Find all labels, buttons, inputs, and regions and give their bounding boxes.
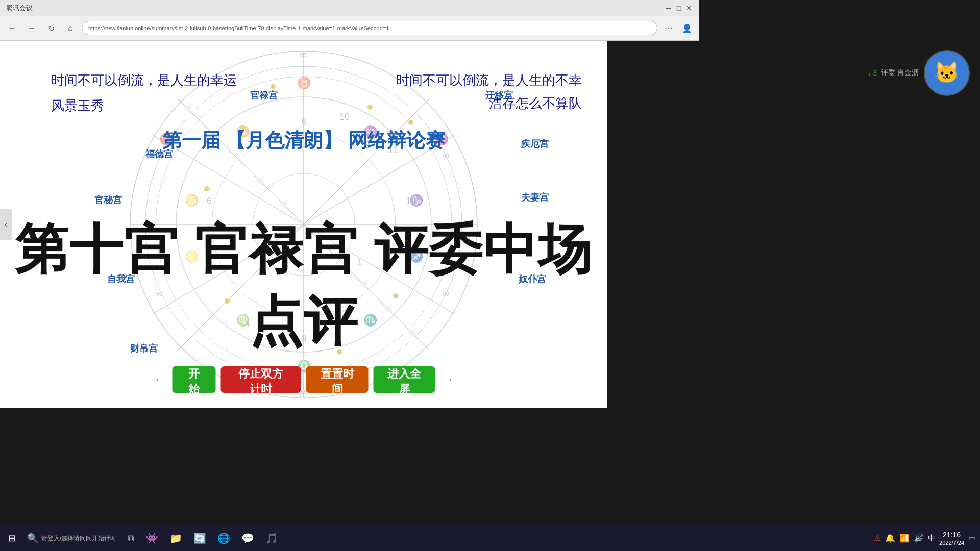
stop-button[interactable]: 停止双方计时 [220,366,301,393]
svg-point-47 [408,120,413,125]
viewer-badge: ↓ 3 [867,69,877,77]
svg-text:♉: ♉ [297,76,311,90]
url-text: https://new.tianlun.online/summary/list-… [88,25,651,31]
taskbar-network: 📶 [899,533,910,543]
minimize-button[interactable]: ─ [665,4,673,12]
next-button[interactable]: → [440,370,456,389]
svg-text:00': 00' [443,153,450,159]
controls-bar: ← 开始 停止双方计时 置置时间 进入全屏 → [152,366,456,393]
taskbar-icon-5[interactable]: 💬 [237,529,258,548]
close-button[interactable]: ✕ [685,4,693,12]
top-left-quote: 时间不可以倒流，是人生的幸运 [51,71,237,89]
taskbar-warning: ⚠ [874,533,881,543]
clock-date: 2022/7/24 [939,539,964,546]
address-bar[interactable]: https://new.tianlun.online/summary/list-… [82,21,657,35]
taskbar-task-view[interactable]: ⧉ [124,529,138,548]
reset-button[interactable]: 置置时间 [306,366,368,393]
svg-text:6: 6 [207,196,212,206]
taskbar-notification: 🔔 [885,533,895,543]
palace-guanlu: 官禄宫 [250,89,278,102]
taskbar-search-text: 请登入/选择请问问开始计时 [41,534,116,543]
taskbar-icon-2[interactable]: 📁 [165,529,186,548]
svg-point-49 [271,84,276,89]
nav-right: ⋯ 👤 [660,20,695,36]
back-button[interactable]: ← [4,20,20,36]
subtitle: 第一届 【月色清朗】 网络辩论赛 [0,128,607,154]
prev-button[interactable]: ← [152,370,167,389]
avatar: 🐱 [924,50,970,96]
extensions-button[interactable]: ⋯ [660,20,677,36]
taskbar-right: ⚠ 🔔 📶 🔊 中 21:16 2022/7/24 ▭ [874,530,976,546]
svg-text:8: 8 [301,117,306,127]
taskbar-volume: 🔊 [914,533,924,543]
profile-button[interactable]: 👤 [679,20,695,36]
svg-text:12: 12 [406,196,416,206]
palace-guanmi: 官秘宫 [94,194,122,206]
svg-text:10: 10 [339,112,350,122]
fullscreen-button[interactable]: 进入全屏 [373,366,435,393]
window-controls: ─ □ ✕ [665,4,693,12]
taskbar-icon-4[interactable]: 🌐 [213,529,234,548]
refresh-button[interactable]: ↻ [43,20,59,36]
taskbar-icon-3[interactable]: 🔄 [189,529,210,548]
viewer-label: 评委 肖金沥 [881,68,919,78]
bottom-right-quote: 浩存怎么不算队 [489,94,582,112]
clock: 21:16 2022/7/24 [939,530,964,546]
collapse-button[interactable]: ‹ [0,209,12,240]
taskbar-show-desktop[interactable]: ▭ [968,533,976,543]
title-bar-left: 腾讯会议 [6,4,33,13]
restore-button[interactable]: □ [675,4,683,12]
title-bar: 腾讯会议 ─ □ ✕ [0,0,699,16]
taskbar-lang: 中 [928,534,935,543]
top-right-quote: 时间不可以倒流，是人生的不幸 [396,71,582,89]
forward-button[interactable]: → [23,20,40,36]
start-button[interactable]: 开始 [172,366,215,393]
svg-text:♋: ♋ [185,193,199,207]
nav-bar: ← → ↻ ⌂ https://new.tianlun.online/summa… [0,16,699,40]
taskbar-icon-6[interactable]: 🎵 [261,529,282,548]
name-tag: 风景玉秀 [51,97,104,115]
avatar-area: ↓ 3 评委 肖金沥 🐱 [699,41,980,105]
svg-point-48 [368,105,373,110]
taskbar-windows-button[interactable]: ⊞ [4,529,20,548]
taskbar-search[interactable]: 🔍 请登入/选择请问问开始计时 [23,529,120,548]
clock-time: 21:16 [939,530,964,539]
main-title: 第十宫 官禄宫 评委中场点评 [0,214,607,358]
main-content: ♉ ♊ ♋ ♌ ♍ ♎ ♏ ♐ ♑ ♒ ♓ ♈ 10 11 12 1 2 3 4… [0,41,607,408]
window-title: 腾讯会议 [6,4,33,13]
taskbar: ⊞ 🔍 请登入/选择请问问开始计时 ⧉ 👾 📁 🔄 🌐 💬 🎵 ⚠ 🔔 📶 🔊 … [0,525,980,551]
palace-fuqi: 夫妻宫 [521,191,549,204]
svg-point-51 [204,186,209,191]
home-button[interactable]: ⌂ [62,20,79,36]
svg-text:00': 00' [300,52,307,58]
browser-chrome: 腾讯会议 ─ □ ✕ ← → ↻ ⌂ https://new.tianlun.o… [0,0,699,41]
taskbar-icon-1[interactable]: 👾 [141,529,162,548]
